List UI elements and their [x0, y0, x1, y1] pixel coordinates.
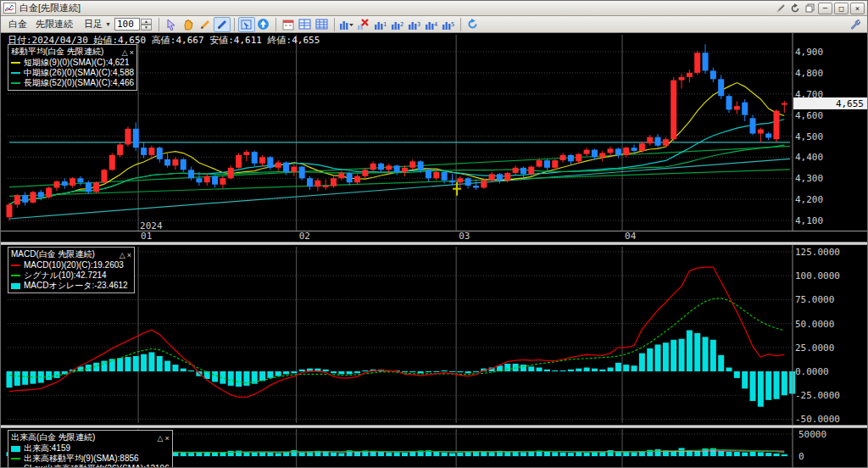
svg-text:0.0000: 0.0000: [795, 366, 829, 377]
macd-legend: MACD(白金 先限連続) △× MACD(10)(20)(C):19.2603…: [8, 247, 135, 293]
svg-text:4,200: 4,200: [795, 194, 823, 205]
ma-legend-title: 移動平均(白金 先限連続): [11, 46, 103, 58]
indicator-4-icon[interactable]: 4: [423, 17, 440, 32]
svg-text:4,900: 4,900: [795, 47, 823, 58]
volume-legend: 出来高(白金 先限連続) △× 出来高:4159 出来高移動平均(9)(SMA)…: [8, 430, 173, 468]
cursor-icon[interactable]: [163, 17, 180, 32]
indicator-menu-icon[interactable]: [338, 17, 355, 32]
svg-text:4,800: 4,800: [795, 68, 823, 79]
legend-row: 出来高移動平均(9)(SMA):8856: [11, 454, 170, 464]
legend-collapse-icon[interactable]: △: [122, 48, 128, 57]
macd-osc-label: MACDオシレータ:-23.4612: [24, 281, 128, 291]
window-title: 白金[先限連続]: [19, 2, 81, 14]
scroll-latest-icon[interactable]: [255, 17, 272, 32]
timeframe-dropdown[interactable]: 日足 ▼: [84, 18, 111, 31]
timeframe-label: 日足: [84, 18, 103, 31]
grid-board-icon[interactable]: [297, 17, 314, 32]
svg-text:50.0000: 50.0000: [795, 319, 834, 330]
contract-label[interactable]: 先限連続: [36, 18, 73, 31]
calendar-icon[interactable]: [280, 17, 297, 32]
pencil-blue-icon[interactable]: [214, 17, 231, 32]
copy-icon[interactable]: [803, 3, 816, 14]
volume-label: 出来高:4159: [24, 443, 70, 454]
svg-text:1: 1: [383, 21, 387, 28]
svg-text:02: 02: [299, 231, 310, 242]
legend-row: SLow出来高移動平均(26)(SMA):12196: [11, 464, 170, 468]
bar-count-stepper[interactable]: ▲▼: [141, 19, 152, 31]
legend-collapse-icon[interactable]: △: [158, 434, 164, 443]
legend-row: 中期線(26)(0)(SMA)(C):4,588: [11, 68, 134, 78]
refresh-icon[interactable]: [465, 17, 481, 32]
bar-count-input[interactable]: [114, 18, 140, 31]
grid-board-dense-icon[interactable]: [314, 17, 331, 32]
svg-text:5: 5: [451, 21, 454, 28]
macd-panel: 125.0000100.000075.000050.000025.00000.0…: [1, 245, 868, 425]
volume-slow-ma-label: SLow出来高移動平均(26)(SMA):12196: [24, 464, 170, 468]
annotate-icon[interactable]: [774, 3, 787, 14]
svg-text:2: 2: [400, 21, 403, 28]
ma-mid-swatch: [11, 72, 20, 74]
legend-collapse-icon[interactable]: △: [120, 251, 125, 259]
volume-panel: 500000 出来高(白金 先限連続) △× 出来高:4159 出来高移動平均(…: [1, 428, 868, 468]
svg-text:2024: 2024: [140, 220, 163, 231]
minimize-button[interactable]: ─: [818, 3, 832, 14]
main-chart-panel: 4,9004,8004,7004,6004,5004,4004,3004,200…: [1, 33, 868, 242]
crosshair-chart-icon[interactable]: [238, 17, 255, 32]
hand-icon[interactable]: [180, 17, 197, 32]
ma-short-swatch: [11, 62, 20, 64]
symbol-label[interactable]: 白金: [8, 18, 27, 31]
svg-text:125.0000: 125.0000: [795, 247, 840, 258]
svg-text:4,400: 4,400: [795, 152, 823, 163]
svg-text:4,500: 4,500: [795, 131, 823, 142]
svg-text:04: 04: [625, 231, 637, 242]
wrench-icon[interactable]: [847, 17, 864, 32]
legend-close-icon[interactable]: ×: [130, 48, 134, 57]
signal-line-label: シグナル(10):42.7214: [24, 270, 107, 281]
macd-line-swatch: [11, 265, 20, 266]
chevron-down-icon: ▼: [105, 21, 111, 27]
app-chart-icon: [3, 3, 16, 14]
indicator-remove-icon[interactable]: [355, 17, 372, 32]
svg-text:-25.0000: -25.0000: [795, 390, 840, 401]
legend-row: シグナル(10):42.7214: [11, 270, 131, 281]
svg-text:-50.0000: -50.0000: [795, 414, 840, 425]
macd-line-label: MACD(10)(20)(C):19.2603: [24, 260, 124, 270]
indicator-1-icon[interactable]: 1: [372, 17, 389, 32]
reload-icon[interactable]: [788, 3, 802, 14]
svg-text:03: 03: [459, 231, 470, 242]
ma-short-label: 短期線(9)(0)(SMA)(C):4,621: [24, 58, 129, 68]
svg-text:4,655: 4,655: [836, 98, 864, 109]
svg-text:01: 01: [141, 231, 152, 242]
indicator-2-icon[interactable]: 2: [389, 17, 406, 32]
volume-legend-title: 出来高(白金 先限連続): [11, 432, 95, 443]
indicator-5-icon[interactable]: 5: [440, 17, 457, 32]
close-button[interactable]: ×: [850, 3, 865, 14]
ma-long-label: 長期線(52)(0)(SMA)(C):4,466: [24, 78, 134, 88]
ma-long-swatch: [11, 82, 20, 84]
svg-text:50000: 50000: [798, 429, 826, 440]
legend-close-icon[interactable]: ×: [164, 434, 169, 443]
svg-text:3: 3: [417, 21, 420, 28]
svg-text:25.0000: 25.0000: [795, 343, 834, 354]
legend-row: MACD(10)(20)(C):19.2603: [11, 260, 131, 270]
legend-row: 出来高:4159: [11, 443, 170, 454]
macd-osc-swatch: [11, 283, 20, 289]
step-down-icon[interactable]: ▼: [141, 25, 152, 31]
svg-text:4,600: 4,600: [795, 110, 823, 121]
svg-text:4,100: 4,100: [795, 215, 823, 226]
chart-window: 白金[先限連続] ─ □ × 白金 先限連続 日足 ▼ ▲▼: [0, 0, 868, 468]
title-bar[interactable]: 白金[先限連続] ─ □ ×: [1, 1, 867, 16]
legend-row: 長期線(52)(0)(SMA)(C):4,466: [11, 78, 134, 88]
legend-close-icon[interactable]: ×: [127, 251, 131, 259]
svg-text:75.0000: 75.0000: [795, 294, 834, 305]
maximize-button[interactable]: □: [834, 3, 849, 14]
pencil-icon[interactable]: [197, 17, 214, 32]
svg-text:4,300: 4,300: [795, 173, 823, 184]
legend-row: MACDオシレータ:-23.4612: [11, 281, 131, 291]
ma-legend: 移動平均(白金 先限連続) △× 短期線(9)(0)(SMA)(C):4,621…: [8, 44, 137, 91]
volume-swatch: [11, 446, 20, 452]
volume-ma-label: 出来高移動平均(9)(SMA):8856: [24, 454, 139, 464]
indicator-3-icon[interactable]: 3: [406, 17, 423, 32]
step-up-icon[interactable]: ▲: [141, 19, 152, 25]
macd-legend-title: MACD(白金 先限連続): [11, 248, 95, 260]
